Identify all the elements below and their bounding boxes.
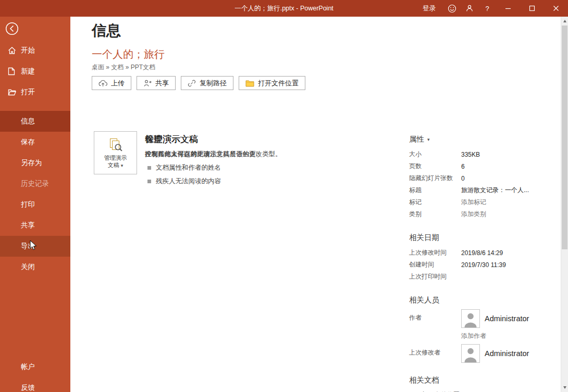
scroll-down-button[interactable] <box>561 384 568 391</box>
sidebar-item-label: 新建 <box>21 67 35 76</box>
manage-section-text: 管理演示文稿 没有任何未保存的更改。 <box>145 131 217 174</box>
property-label: 标题 <box>409 186 461 195</box>
date-row-printed: 上次打印时间 <box>409 271 561 283</box>
bullet-square-icon <box>147 180 151 183</box>
minimize-button[interactable] <box>496 0 520 17</box>
sidebar-item-label: 历史记录 <box>21 179 49 188</box>
scrollbar-thumb[interactable] <box>562 26 567 249</box>
related-people: 作者 Administrator 添加作者 上次修改者 Administrato… <box>409 309 561 363</box>
properties-dropdown[interactable]: 属性 ▾ <box>409 134 561 144</box>
sidebar-item-label: 关闭 <box>21 262 35 272</box>
sidebar-item-print[interactable]: 打印 <box>0 194 70 215</box>
modifier-avatar <box>461 344 480 363</box>
add-category-field[interactable]: 添加类别 <box>461 210 561 219</box>
sidebar-item-account[interactable]: 帐户 <box>0 357 70 377</box>
sidebar-bottom-nav: 帐户 反馈 <box>0 357 70 392</box>
share-button-label: 共享 <box>155 79 169 88</box>
upload-button[interactable]: 上传 <box>92 76 131 90</box>
sidebar-item-label: 开始 <box>21 46 35 55</box>
feedback-smiley-icon[interactable] <box>443 0 461 17</box>
sidebar-item-close[interactable]: 关闭 <box>0 257 70 277</box>
dropdown-caret-icon: ▾ <box>121 163 124 168</box>
modifier-name: Administrator <box>485 349 529 358</box>
manage-presentation-button[interactable]: 管理演示 文稿 ▾ <box>94 131 137 174</box>
sidebar-item-info[interactable]: 信息 <box>0 111 70 132</box>
share-button[interactable]: 共享 <box>137 76 176 90</box>
document-toolbar: 上传 共享 复制路径 打开文件位置 <box>92 76 305 90</box>
help-icon[interactable]: ? <box>478 0 496 17</box>
account-icon[interactable] <box>461 0 478 17</box>
property-row-category: 类别 添加类别 <box>409 208 561 220</box>
vertical-scrollbar[interactable] <box>561 17 568 392</box>
open-folder-icon <box>8 88 16 96</box>
add-author-link[interactable]: 添加作者 <box>461 332 561 340</box>
property-title-field[interactable]: 旅游散文记录：一个人... <box>461 186 561 195</box>
maximize-button[interactable] <box>520 0 544 17</box>
date-row-created: 创建时间 2019/7/30 11:39 <box>409 259 561 271</box>
related-dates-header: 相关日期 <box>409 233 561 243</box>
related-people-header: 相关人员 <box>409 295 561 305</box>
sidebar-main-nav: 信息 保存 另存为 历史记录 打印 共享 导出 关闭 <box>0 111 70 277</box>
sidebar-item-label: 帐户 <box>21 362 35 372</box>
dropdown-caret-icon: ▾ <box>427 137 430 142</box>
button-label-line: 管理演示 <box>104 155 127 161</box>
property-label: 隐藏幻灯片张数 <box>409 174 461 183</box>
home-icon <box>8 47 16 55</box>
property-label: 标记 <box>409 198 461 207</box>
section-description: 没有任何未保存的更改。 <box>145 150 217 159</box>
open-file-location-button[interactable]: 打开文件位置 <box>239 76 305 90</box>
modifier-label: 上次修改者 <box>409 348 461 357</box>
property-value: 0 <box>461 175 561 182</box>
back-button[interactable] <box>5 22 19 35</box>
property-value: 6 <box>461 163 561 170</box>
author-avatar <box>461 309 480 328</box>
sidebar-item-label: 另存为 <box>21 158 42 168</box>
document-title: 一个人的；旅行 <box>92 47 165 61</box>
sidebar-item-open[interactable]: 打开 <box>0 82 70 103</box>
property-label: 上次修改时间 <box>409 248 461 257</box>
property-value: 335KB <box>461 151 561 158</box>
property-label: 创建时间 <box>409 260 461 269</box>
copy-path-button[interactable]: 复制路径 <box>181 76 233 90</box>
scroll-up-button[interactable] <box>561 17 568 25</box>
manage-presentation-icon <box>108 137 124 153</box>
sidebar-item-label: 反馈 <box>21 383 35 392</box>
sign-in-button[interactable]: 登录 <box>415 0 443 17</box>
sidebar-item-export[interactable]: 导出 <box>0 236 70 257</box>
new-document-icon <box>8 67 15 75</box>
property-label: 大小 <box>409 150 461 159</box>
sidebar-item-save-as[interactable]: 另存为 <box>0 153 70 173</box>
add-tag-field[interactable]: 添加标记 <box>461 198 561 207</box>
property-value: 2019/8/6 14:29 <box>461 249 561 257</box>
property-value: 2019/7/30 11:39 <box>461 261 561 269</box>
author-name: Administrator <box>485 314 529 323</box>
sidebar-item-feedback[interactable]: 反馈 <box>0 377 70 392</box>
sidebar-item-history: 历史记录 <box>0 173 70 194</box>
sidebar-item-share[interactable]: 共享 <box>0 215 70 236</box>
scroll-up-arrow-icon <box>563 20 566 22</box>
author-label: 作者 <box>409 313 461 322</box>
sidebar-item-new[interactable]: 新建 <box>0 61 70 82</box>
last-modified-by-row[interactable]: 上次修改者 Administrator <box>409 344 561 363</box>
author-row[interactable]: 作者 Administrator <box>409 309 561 328</box>
properties-header-label: 属性 <box>409 134 424 144</box>
property-label: 页数 <box>409 162 461 171</box>
sidebar-item-label: 打开 <box>21 87 35 97</box>
property-row-size: 大小 335KB <box>409 148 561 160</box>
sidebar-item-label: 信息 <box>21 117 35 126</box>
titlebar-controls: 登录 ? <box>415 0 568 17</box>
property-row-hidden-slides: 隐藏幻灯片张数 0 <box>409 172 561 184</box>
property-label: 类别 <box>409 210 461 219</box>
sidebar-item-label: 共享 <box>21 221 35 230</box>
share-icon <box>143 79 152 87</box>
property-row-tags: 标记 添加标记 <box>409 196 561 208</box>
property-row-title: 标题 旅游散文记录：一个人... <box>409 184 561 196</box>
manage-button-label: 管理演示 文稿 ▾ <box>104 154 127 169</box>
scroll-down-arrow-icon <box>563 386 566 389</box>
close-button[interactable] <box>544 0 568 17</box>
folder-icon <box>245 80 254 87</box>
inspect-bullet-2: 残疾人无法阅读的内容 <box>147 177 257 186</box>
sidebar-item-save[interactable]: 保存 <box>0 132 70 153</box>
copy-path-button-label: 复制路径 <box>200 79 227 88</box>
sidebar-item-start[interactable]: 开始 <box>0 40 70 61</box>
